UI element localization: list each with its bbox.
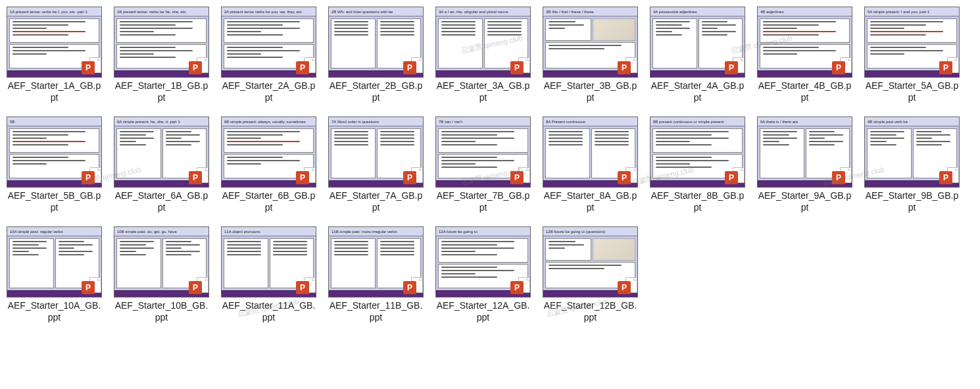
powerpoint-icon: P: [618, 61, 631, 74]
file-name-label: AEF_Starter_7A_GB.ppt: [328, 190, 424, 213]
file-item[interactable]: 3B this / that / these / those P AEF_Sta…: [543, 7, 638, 103]
file-item[interactable]: 1B present tense: verbs be he, she, etc.…: [114, 7, 209, 103]
slide-header: 7A Word order in questions: [329, 117, 423, 126]
file-thumbnail[interactable]: 9A there is / there are P: [757, 117, 852, 188]
file-item[interactable]: 10A simple past: regular verbs P AEF_Sta…: [7, 226, 102, 323]
powerpoint-icon: P: [296, 61, 309, 74]
slide-header: 9A there is / there are: [758, 117, 852, 126]
file-item[interactable]: 8B present continuous or simple present …: [650, 117, 745, 213]
filetype-badge: P: [939, 57, 959, 77]
file-thumbnail[interactable]: 9B simple past verb be P: [864, 117, 960, 188]
slide-header: 10B simple past: do, get, go, have: [114, 227, 208, 236]
file-name-label: AEF_Starter_4B_GB.ppt: [757, 80, 852, 103]
file-thumbnail[interactable]: 2B Wh- and How questions with be P: [328, 7, 424, 78]
filetype-badge: P: [618, 57, 637, 77]
slide-header: 11A object pronouns: [222, 227, 316, 236]
file-thumbnail[interactable]: 10A simple past: regular verbs P: [7, 226, 102, 298]
powerpoint-icon: P: [189, 171, 202, 184]
file-thumbnail[interactable]: 11A object pronouns P: [221, 226, 316, 298]
file-thumbnail[interactable]: 5A simple present: I and you; part 1 P: [864, 7, 960, 78]
file-name-label: AEF_Starter_2B_GB.ppt: [328, 80, 424, 103]
file-item[interactable]: 12A future be going to P AEF_Starter_12A…: [435, 226, 531, 323]
file-item[interactable]: 9B simple past verb be P AEF_Starter_9B_…: [864, 117, 960, 213]
file-item[interactable]: 12B future be going to (questions) P AEF…: [543, 226, 638, 323]
file-thumbnail[interactable]: 6B simple present: always, usually, some…: [221, 117, 316, 188]
file-thumbnail[interactable]: 3B this / that / these / those P: [543, 7, 638, 78]
powerpoint-icon: P: [832, 61, 845, 74]
file-thumbnail[interactable]: 7B can / can't P: [435, 117, 531, 188]
file-name-label: AEF_Starter_8B_GB.ppt: [650, 190, 745, 213]
powerpoint-icon: P: [296, 171, 309, 184]
file-item[interactable]: 10B simple past: do, get, go, have P AEF…: [114, 226, 209, 323]
file-thumbnail[interactable]: 10B simple past: do, get, go, have P: [114, 226, 209, 298]
filetype-badge: P: [403, 57, 423, 77]
file-name-label: AEF_Starter_12B_GB.ppt: [543, 300, 638, 323]
file-thumbnail[interactable]: 6A simple present: he, she, it; part 1 P: [114, 117, 209, 188]
slide-header: 8A Present continuous: [543, 117, 637, 126]
file-name-label: AEF_Starter_11A_GB.ppt: [221, 300, 316, 323]
slide-header: 2A present tense verbs be you, we, they,…: [222, 7, 316, 16]
file-item[interactable]: 3A a / an; the; singular and plural noun…: [435, 7, 531, 103]
filetype-badge: P: [403, 167, 423, 187]
file-thumbnail[interactable]: 3A a / an; the; singular and plural noun…: [435, 7, 531, 78]
file-item[interactable]: 8A Present continuous P AEF_Starter_8A_G…: [543, 117, 638, 213]
filetype-badge: P: [832, 167, 852, 187]
file-thumbnail[interactable]: 7A Word order in questions P: [328, 117, 424, 188]
file-name-label: AEF_Starter_8A_GB.ppt: [543, 190, 638, 213]
file-item[interactable]: 11A object pronouns P AEF_Starter_11A_GB…: [221, 226, 316, 323]
file-thumbnail[interactable]: 8B present continuous or simple present …: [650, 117, 745, 188]
file-item[interactable]: 4A possessive adjectives P AEF_Starter_4…: [650, 7, 745, 103]
file-name-label: AEF_Starter_1B_GB.ppt: [114, 80, 209, 103]
file-name-label: AEF_Starter_1A_GB.ppt: [7, 80, 102, 103]
file-name-label: AEF_Starter_12A_GB.ppt: [435, 300, 531, 323]
file-item[interactable]: 2A present tense verbs be you, we, they,…: [221, 7, 316, 103]
powerpoint-icon: P: [82, 171, 95, 184]
file-name-label: AEF_Starter_11B_GB.ppt: [328, 300, 424, 323]
file-item[interactable]: 2B Wh- and How questions with be P AEF_S…: [328, 7, 424, 103]
file-item[interactable]: 6A simple present: he, she, it; part 1 P…: [114, 117, 209, 213]
slide-header: 7B can / can't: [436, 117, 530, 126]
slide-header: 3A a / an; the; singular and plural noun…: [436, 7, 530, 16]
powerpoint-icon: P: [403, 281, 416, 294]
file-thumbnail[interactable]: 4B adjectives P: [757, 7, 852, 78]
file-thumbnail[interactable]: 5B P: [7, 117, 102, 188]
slide-header: 3B this / that / these / those: [543, 7, 637, 16]
powerpoint-icon: P: [296, 281, 309, 294]
filetype-badge: P: [82, 57, 101, 77]
filetype-badge: P: [189, 167, 208, 187]
powerpoint-icon: P: [189, 61, 202, 74]
file-thumbnail[interactable]: 12B future be going to (questions) P: [543, 226, 638, 298]
slide-header: 4B adjectives: [758, 7, 852, 16]
file-name-label: AEF_Starter_5A_GB.ppt: [864, 80, 960, 103]
file-item[interactable]: 9A there is / there are P AEF_Starter_9A…: [757, 117, 852, 213]
slide-header: 5A simple present: I and you; part 1: [865, 7, 959, 16]
file-thumbnail[interactable]: 2A present tense verbs be you, we, they,…: [221, 7, 316, 78]
powerpoint-icon: P: [403, 61, 416, 74]
filetype-badge: P: [939, 167, 959, 187]
file-item[interactable]: 6B simple present: always, usually, some…: [221, 117, 316, 213]
file-item[interactable]: 7B can / can't P AEF_Starter_7B_GB.ppt: [435, 117, 531, 213]
file-thumbnail[interactable]: 4A possessive adjectives P: [650, 7, 745, 78]
filetype-badge: P: [725, 57, 745, 77]
file-thumbnail[interactable]: 1A present tense: verbs be I, you, etc. …: [7, 7, 102, 78]
file-thumbnail[interactable]: 8A Present continuous P: [543, 117, 638, 188]
file-item[interactable]: 7A Word order in questions P AEF_Starter…: [328, 117, 424, 213]
file-thumbnail[interactable]: 1B present tense: verbs be he, she, etc.…: [114, 7, 209, 78]
file-item[interactable]: 1A present tense: verbs be I, you, etc. …: [7, 7, 102, 103]
slide-header: 9B simple past verb be: [865, 117, 959, 126]
filetype-badge: P: [510, 277, 530, 297]
powerpoint-icon: P: [510, 281, 524, 294]
file-item[interactable]: 5A simple present: I and you; part 1 P A…: [864, 7, 960, 103]
filetype-badge: P: [832, 57, 852, 77]
file-thumbnail[interactable]: 12A future be going to P: [435, 226, 531, 298]
file-name-label: AEF_Starter_9A_GB.ppt: [757, 190, 852, 213]
slide-header: 1B present tense: verbs be he, she, etc.: [114, 7, 208, 16]
file-item[interactable]: 5B P AEF_Starter_5B_GB.ppt: [7, 117, 102, 213]
file-name-label: AEF_Starter_5B_GB.ppt: [7, 190, 102, 213]
filetype-badge: P: [510, 167, 530, 187]
file-thumbnail[interactable]: 11B simple past: more irregular verbs P: [328, 226, 424, 298]
file-item[interactable]: 4B adjectives P AEF_Starter_4B_GB.ppt: [757, 7, 852, 103]
filetype-badge: P: [618, 167, 637, 187]
file-item[interactable]: 11B simple past: more irregular verbs P …: [328, 226, 424, 323]
slide-header: 1A present tense: verbs be I, you, etc. …: [7, 7, 101, 16]
